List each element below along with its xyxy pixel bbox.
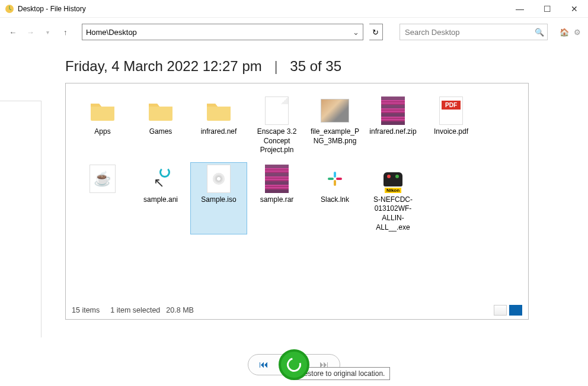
- file-grid: AppsGamesinfrared.nefEnscape 3.2 Concept…: [74, 94, 520, 239]
- file-item[interactable]: infrared.nef: [190, 94, 247, 157]
- file-label: infrared.nef.zip: [369, 127, 416, 137]
- status-bar: 15 items 1 item selected 20.8 MB: [72, 305, 522, 316]
- titlebar: Desktop - File History ― ☐ ✕: [0, 0, 588, 18]
- search-icon[interactable]: 🔍: [532, 28, 547, 37]
- svg-rect-2: [328, 178, 334, 180]
- file-label: infrared.nef: [201, 127, 237, 137]
- address-dropdown-icon[interactable]: ⌄: [350, 28, 363, 37]
- file-item[interactable]: infrared.nef.zip: [365, 94, 421, 157]
- status-selected: 1 item selected: [110, 306, 160, 314]
- file-label: Apps: [94, 127, 110, 137]
- file-icon: ☕: [88, 165, 117, 193]
- nav-toolbar: ← → ▾ ↑ ⌄ ↻ 🔍 🏠 ⚙: [0, 18, 588, 46]
- file-icon: [321, 165, 349, 193]
- file-icon: [379, 96, 407, 125]
- file-icon: [146, 96, 175, 125]
- svg-rect-4: [336, 178, 342, 180]
- side-panel: [0, 101, 41, 337]
- file-pane: AppsGamesinfrared.nefEnscape 3.2 Concept…: [65, 83, 529, 320]
- file-item[interactable]: Slack.lnk: [306, 162, 363, 234]
- settings-icon[interactable]: ⚙: [574, 28, 581, 37]
- file-label: file_example_PNG_3MB.png: [309, 127, 361, 146]
- file-label: Enscape 3.2 Concept Project.pln: [251, 127, 303, 155]
- file-item[interactable]: file_example_PNG_3MB.png: [306, 94, 363, 157]
- minimize-button[interactable]: ―: [506, 0, 533, 18]
- maximize-button[interactable]: ☐: [533, 0, 561, 18]
- version-counter: 35 of 35: [290, 58, 341, 74]
- file-item[interactable]: Sample.iso: [190, 162, 247, 234]
- recent-dropdown[interactable]: ▾: [42, 25, 53, 38]
- file-item[interactable]: Games: [132, 94, 189, 157]
- file-item[interactable]: PDFInvoice.pdf: [423, 94, 480, 157]
- file-label: Games: [149, 127, 172, 137]
- svg-rect-3: [334, 180, 336, 186]
- svg-rect-1: [334, 172, 336, 178]
- close-button[interactable]: ✕: [561, 0, 588, 18]
- back-button[interactable]: ←: [7, 25, 18, 38]
- header-separator: |: [274, 58, 277, 74]
- file-label: Sample.iso: [201, 195, 236, 205]
- file-icon: [204, 96, 233, 125]
- file-item[interactable]: ☕: [74, 162, 131, 234]
- file-icon: PDF: [437, 96, 465, 125]
- search-input[interactable]: [400, 28, 532, 37]
- file-icon: [204, 165, 233, 193]
- history-controls: ⏮ ⏭: [0, 349, 588, 380]
- file-label: sample.ani: [143, 195, 178, 205]
- file-icon: Nikon: [379, 165, 407, 193]
- file-icon: [88, 96, 117, 125]
- file-item[interactable]: NikonS-NEFCDC-013102WF-ALLIN-ALL__.exe: [365, 162, 421, 234]
- file-label: Slack.lnk: [321, 195, 349, 205]
- restore-icon: [285, 355, 304, 375]
- file-item[interactable]: Apps: [74, 94, 131, 157]
- restore-button[interactable]: [279, 349, 309, 380]
- file-icon: [263, 96, 291, 125]
- file-icon: [321, 96, 349, 125]
- address-input[interactable]: [82, 28, 350, 37]
- refresh-button[interactable]: ↻: [369, 24, 383, 40]
- status-count: 15 items: [72, 306, 100, 314]
- file-label: S-NEFCDC-013102WF-ALLIN-ALL__.exe: [367, 195, 419, 232]
- window-title: Desktop - File History: [18, 5, 86, 13]
- file-icon: [263, 165, 291, 193]
- file-label: sample.rar: [260, 195, 294, 205]
- file-item[interactable]: ↖sample.ani: [132, 162, 189, 234]
- file-label: Invoice.pdf: [434, 127, 468, 137]
- address-bar[interactable]: ⌄: [82, 24, 363, 40]
- file-item[interactable]: sample.rar: [248, 162, 305, 234]
- search-box[interactable]: 🔍: [400, 24, 548, 40]
- app-icon: [5, 4, 14, 14]
- file-icon: ↖: [146, 165, 175, 193]
- up-button[interactable]: ↑: [59, 25, 71, 38]
- view-details-button[interactable]: [494, 305, 507, 316]
- home-icon[interactable]: 🏠: [560, 28, 569, 37]
- status-size: 20.8 MB: [166, 306, 194, 314]
- version-date: Friday, 4 March 2022 12:27 pm: [65, 58, 262, 74]
- file-item[interactable]: Enscape 3.2 Concept Project.pln: [248, 94, 305, 157]
- forward-button[interactable]: →: [24, 25, 36, 38]
- version-header: Friday, 4 March 2022 12:27 pm | 35 of 35: [0, 46, 588, 81]
- view-icons-button[interactable]: [509, 305, 522, 316]
